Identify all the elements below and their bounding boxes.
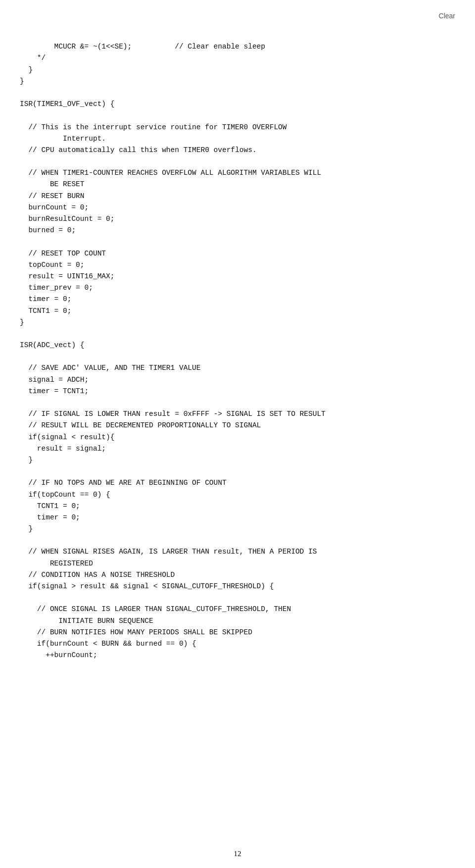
code-line-6: ISR(TIMER1_OVF_vect) {: [20, 100, 114, 108]
code-line-37: }: [20, 456, 33, 464]
code-line-46: REGISTERED: [20, 560, 93, 567]
code-line-2: */: [20, 54, 46, 62]
page-container: Clear MCUCR &= ~(1<<SE); // Clear enable…: [0, 0, 475, 868]
code-line-17: burned = 0;: [20, 226, 76, 234]
code-line-23: timer = 0;: [20, 295, 71, 303]
code-line-4: }: [20, 77, 24, 85]
code-line-10: // CPU automatically call this when TIME…: [20, 146, 257, 154]
code-line-35: if(signal < result){: [20, 433, 114, 441]
code-line-42: timer = 0;: [20, 513, 80, 521]
code-line-19: // RESET TOP COUNT: [20, 250, 106, 257]
code-line-36: result = signal;: [20, 445, 106, 453]
code-line-47: // CONDITION HAS A NOISE THRESHOLD: [20, 571, 175, 579]
code-line-27: ISR(ADC_vect) {: [20, 341, 85, 349]
code-line-9: Interrupt.: [20, 135, 106, 143]
code-line-20: topCount = 0;: [20, 261, 85, 269]
code-line-48: if(signal > result && signal < SIGNAL_CU…: [20, 582, 274, 590]
clear-label: Clear: [439, 12, 455, 20]
code-line-3: }: [20, 66, 33, 74]
code-line-29: // SAVE ADC' VALUE, AND THE TIMER1 VALUE: [20, 364, 200, 372]
code-line-24: TCNT1 = 0;: [20, 307, 71, 315]
code-line-43: }: [20, 525, 33, 533]
code-line-51: INITIATE BURN SEQUENCE: [20, 617, 153, 625]
code-line-13: BE RESET: [20, 180, 85, 188]
code-line-54: ++burnCount;: [20, 651, 97, 659]
code-line-39: // IF NO TOPS AND WE ARE AT BEGINNING OF…: [20, 479, 227, 487]
code-line-52: // BURN NOTIFIES HOW MANY PERIODS SHALL …: [20, 628, 252, 636]
code-line-53: if(burnCount < BURN && burned == 0) {: [20, 640, 196, 648]
code-line-40: if(topCount == 0) {: [20, 491, 110, 499]
code-line-15: burnCount = 0;: [20, 204, 89, 211]
code-line-12: // WHEN TIMER1-COUNTER REACHES OVERFLOW …: [20, 169, 321, 177]
header-bar: Clear: [20, 10, 455, 26]
code-line-22: timer_prev = 0;: [20, 284, 93, 292]
code-line-45: // WHEN SIGNAL RISES AGAIN, IS LARGER TH…: [20, 548, 317, 556]
code-line-41: TCNT1 = 0;: [20, 502, 80, 510]
code-line-21: result = UINT16_MAX;: [20, 272, 114, 280]
code-line-33: // IF SIGNAL IS LOWER THAN result = 0xFF…: [20, 410, 326, 418]
code-line-14: // RESET BURN: [20, 192, 85, 200]
code-block: MCUCR &= ~(1<<SE); // Clear enable sleep…: [20, 30, 455, 673]
code-line-16: burnResultCount = 0;: [20, 215, 114, 223]
code-line-30: signal = ADCH;: [20, 376, 89, 384]
code-line-31: timer = TCNT1;: [20, 387, 89, 395]
code-line-50: // ONCE SIGNAL IS LARGER THAN SIGNAL_CUT…: [20, 605, 291, 613]
code-line-8: // This is the interrupt service routine…: [20, 123, 287, 131]
page-number: 12: [234, 850, 241, 858]
code-line-1: MCUCR &= ~(1<<SE); // Clear enable sleep: [37, 43, 265, 51]
code-line-25: }: [20, 318, 24, 326]
code-line-34: // RESULT WILL BE DECREMENTED PROPORTION…: [20, 421, 261, 429]
